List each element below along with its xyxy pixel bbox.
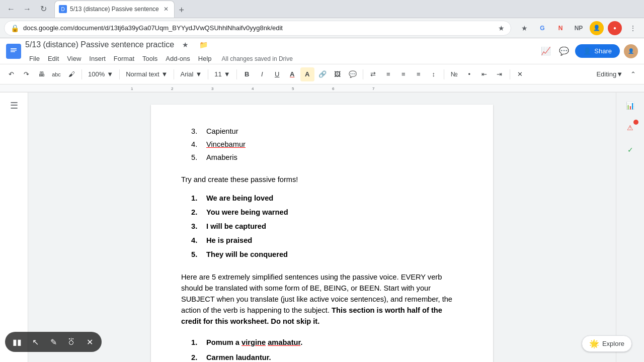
editing-mode-dropdown[interactable]: Editing ▼ — [594, 67, 625, 81]
font-chevron: ▼ — [195, 70, 202, 78]
bottom-toolbar: ▮▮ ↖ ✎ ⛣ ✕ — [5, 332, 102, 352]
clear-formatting-button[interactable]: ✕ — [513, 67, 527, 81]
list-item: 2. Carmen laudantur. — [191, 350, 302, 362]
item-num: 4. — [191, 138, 206, 151]
menu-button[interactable]: ⋮ — [626, 21, 640, 35]
separator-2 — [119, 69, 120, 79]
editing-chevron: ▼ — [616, 70, 623, 78]
pause-button[interactable]: ▮▮ — [9, 334, 25, 350]
zoom-dropdown[interactable]: 100% ▼ — [85, 67, 116, 81]
document-area[interactable]: 3. Capientur 4. Vincebamur 5. Amaberis — [28, 93, 616, 362]
comments-button[interactable]: 💬 — [557, 44, 571, 58]
style-label: Normal text — [126, 70, 159, 78]
share-icon: 👤 — [583, 47, 591, 55]
editing-label: Editing — [596, 70, 616, 78]
sidebar-outline-icon[interactable]: ☰ — [5, 97, 23, 115]
explore-icon: 🌟 — [589, 339, 599, 348]
item-num: 5. — [191, 247, 206, 261]
font-dropdown[interactable]: Arial ▼ — [177, 67, 205, 81]
item-num: 2. — [191, 350, 206, 362]
document-title[interactable]: 5/13 (distance) Passive sentence practic… — [25, 40, 174, 49]
address-bar[interactable]: 🔒 docs.google.com/document/d/13tj6a39yGa… — [4, 21, 511, 36]
star-button[interactable]: ★ — [178, 38, 192, 52]
item-text: They will be conquered — [206, 247, 288, 261]
close-button[interactable]: ✕ — [82, 334, 98, 350]
docs-menus: File Edit View Insert Format Tools Add-o… — [25, 53, 535, 64]
extensions2-button[interactable]: N — [553, 21, 568, 35]
align-right-button[interactable]: ≡ — [396, 67, 411, 81]
list-item: 2. You were being warned — [191, 205, 288, 219]
numbered-list-button[interactable]: № — [447, 67, 461, 81]
item-text: Vincebamur — [206, 138, 246, 151]
passive-section: Try and create these passive forms! 1. W… — [181, 174, 463, 261]
user-avatar[interactable]: 👤 — [590, 21, 604, 35]
move-button[interactable]: 📁 — [196, 38, 210, 52]
text-color-button[interactable]: A — [285, 67, 299, 81]
tab-bar: D 5/13 (distance) Passive sentence ✕ + — [54, 1, 189, 18]
refresh-button[interactable]: ↻ — [36, 2, 50, 16]
collapse-toolbar-button[interactable]: ⌃ — [626, 67, 640, 81]
docs-toolbar: ↶ ↷ 🖶 abc 🖌 100% ▼ Normal text ▼ Arial ▼… — [0, 64, 644, 84]
style-dropdown[interactable]: Normal text ▼ — [123, 67, 171, 81]
menu-file[interactable]: File — [25, 53, 44, 64]
bookmark-button[interactable]: ★ — [517, 21, 531, 35]
list-item: 1. We are being loved — [191, 191, 288, 205]
svg-rect-2 — [11, 50, 17, 51]
back-button[interactable]: ← — [4, 2, 18, 16]
forward-button[interactable]: → — [20, 2, 34, 16]
right-panel-icon-1[interactable]: 📊 — [621, 97, 639, 115]
indent-more-button[interactable]: ⇥ — [493, 67, 507, 81]
extensions-button[interactable]: G — [535, 21, 549, 35]
highlight-tool-button[interactable]: ⛣ — [63, 334, 79, 350]
italic-button[interactable]: I — [255, 67, 269, 81]
bold-button[interactable]: B — [240, 67, 254, 81]
print-button[interactable]: 🖶 — [34, 67, 48, 81]
right-panel-icon-2[interactable]: ⚠ — [621, 119, 639, 137]
menu-help[interactable]: Help — [194, 53, 216, 64]
share-button[interactable]: 👤 Share — [575, 44, 620, 58]
user-profile[interactable]: 👤 — [624, 44, 638, 58]
tab-close-button[interactable]: ✕ — [162, 5, 170, 13]
font-label: Arial — [180, 70, 193, 78]
profile-button[interactable]: NP — [572, 21, 586, 35]
right-panel-icon-3[interactable]: ✓ — [621, 141, 639, 159]
cursor-button[interactable]: ↖ — [27, 334, 43, 350]
align-left-button[interactable]: ⇄ — [366, 67, 380, 81]
user-avatar-2[interactable]: ● — [608, 21, 622, 35]
comment-button[interactable]: 💬 — [346, 67, 360, 81]
menu-tools[interactable]: Tools — [138, 53, 162, 64]
paint-format-button[interactable]: 🖌 — [64, 67, 78, 81]
explore-button[interactable]: 🌟 Explore — [582, 335, 632, 352]
image-button[interactable]: 🖼 — [331, 67, 345, 81]
item-text: Capientur — [206, 125, 246, 138]
highlight-button[interactable]: A — [300, 67, 314, 81]
size-dropdown[interactable]: 11 ▼ — [211, 67, 233, 81]
docs-logo — [6, 44, 21, 59]
justify-button[interactable]: ≡ — [412, 67, 426, 81]
first-list: 3. Capientur 4. Vincebamur 5. Amaberis — [191, 125, 246, 164]
spell-check-button[interactable]: abc — [49, 67, 63, 81]
pen-button[interactable]: ✎ — [45, 334, 61, 350]
underline-button[interactable]: U — [270, 67, 284, 81]
bullet-list-button[interactable]: • — [462, 67, 476, 81]
active-tab[interactable]: D 5/13 (distance) Passive sentence ✕ — [54, 1, 175, 18]
menu-edit[interactable]: Edit — [44, 53, 63, 64]
menu-format[interactable]: Format — [110, 53, 138, 64]
indent-less-button[interactable]: ⇤ — [477, 67, 492, 81]
new-tab-button[interactable]: + — [175, 4, 189, 18]
style-chevron: ▼ — [162, 70, 168, 78]
menu-insert[interactable]: Insert — [85, 53, 110, 64]
menu-view[interactable]: View — [63, 53, 85, 64]
insights-button[interactable]: 📈 — [539, 44, 553, 58]
redo-button[interactable]: ↷ — [19, 67, 33, 81]
link-button[interactable]: 🔗 — [315, 67, 330, 81]
undo-button[interactable]: ↶ — [4, 67, 18, 81]
main-layout: ☰ 3. Capientur 4. Vincebamur — [0, 93, 644, 362]
paragraph-section: Here are 5 extremely simplified sentence… — [181, 272, 463, 327]
line-spacing-button[interactable]: ↕ — [427, 67, 441, 81]
docs-logo-icon — [9, 46, 18, 57]
url-display: docs.google.com/document/d/13tj6a39yGa07… — [23, 24, 494, 32]
align-center-button[interactable]: ≡ — [381, 67, 395, 81]
menu-addons[interactable]: Add-ons — [162, 53, 194, 64]
item-num: 1. — [191, 335, 206, 350]
